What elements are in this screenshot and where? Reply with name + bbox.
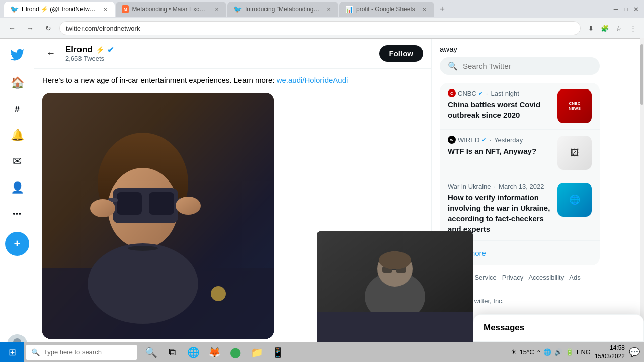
taskbar: ⊞ 🔍 Type here to search 🔍 ⧉ 🌐 🦊 ⬤ 📁 📱 ☀ …: [0, 342, 644, 362]
svg-point-14: [88, 243, 198, 324]
trending-content-ukraine: War in Ukraine · March 13, 2022 How to v…: [448, 183, 551, 234]
taskbar-search-text: Type here to search: [44, 348, 102, 356]
wired-verified-icon: ✔: [481, 137, 486, 143]
twitter-sidebar: 🏠 # 🔔 ✉ 👤 ••• +: [0, 39, 34, 362]
sidebar-item-notifications[interactable]: 🔔: [5, 123, 29, 147]
taskbar-speaker-icon[interactable]: 🔊: [554, 348, 562, 356]
video-person: [317, 231, 473, 342]
sidebar-item-profile[interactable]: 👤: [5, 175, 29, 200]
sidebar-item-home[interactable]: 🏠: [5, 71, 29, 95]
start-button[interactable]: ⊞: [0, 342, 24, 363]
taskbar-apps: 🔍 ⧉ 🌐 🦊 ⬤ 📁 📱: [141, 342, 288, 363]
trending-row-wired: W WIRED ✔ · Yesterday WTF Is an NFT, Any…: [448, 136, 592, 170]
taskbar-edge[interactable]: 🌐: [183, 342, 203, 363]
tab-2-close[interactable]: ✕: [213, 5, 220, 13]
trending-row-ukraine: War in Ukraine · March 13, 2022 How to v…: [448, 183, 592, 234]
taskbar-cortana[interactable]: 🔍: [141, 342, 161, 363]
trending-item-cnbc[interactable]: C CNBC ✔ · Last night China battles wors…: [440, 83, 600, 130]
messages-header: Messages: [473, 315, 643, 341]
footer-accessibility[interactable]: Accessibility: [528, 274, 564, 281]
taskbar-right: ☀ 15°C ^ 🌐 🔊 🔋 ENG 14:58 15/03/2022 💬: [507, 344, 644, 361]
tweet-text: Here's to a new age of in-car entertainm…: [42, 75, 423, 86]
tab-3-close[interactable]: ✕: [325, 5, 332, 13]
new-tab-button[interactable]: +: [435, 2, 449, 16]
url-bar[interactable]: twitter.com/elrondnetwork: [59, 21, 581, 35]
trending-headline-ukraine: How to verify information involving the …: [448, 192, 551, 234]
sidebar-item-more[interactable]: •••: [5, 202, 29, 226]
svg-point-15: [128, 246, 158, 251]
taskbar-date-value: 15/03/2022: [595, 352, 625, 361]
browser-chrome: 🐦 Elrond ⚡ (@ElrondNetwork) / T... ✕ M M…: [0, 0, 644, 39]
taskbar-weather-icon: ☀: [511, 348, 517, 356]
taskbar-files[interactable]: 📁: [247, 342, 267, 363]
scrollbar-track: [640, 38, 644, 342]
tab-1-title: Elrond ⚡ (@ElrondNetwork) / T...: [22, 6, 97, 13]
trending-row-cnbc: C CNBC ✔ · Last night China battles wors…: [448, 89, 592, 123]
tweet-link[interactable]: we.audi/HolorideAudi: [277, 76, 348, 84]
svg-point-16: [211, 286, 226, 301]
thumbnail-ukraine: 🌐: [557, 183, 592, 217]
download-button[interactable]: ⬇: [585, 22, 597, 34]
maximize-button[interactable]: □: [622, 5, 630, 13]
twitter-logo[interactable]: [5, 43, 29, 67]
menu-button[interactable]: ⋮: [627, 22, 639, 34]
tab-3-title: Introducing "Metabonding" • Co...: [245, 6, 320, 13]
trending-headline-wired: WTF Is an NFT, Anyway?: [448, 146, 551, 156]
taskbar-firefox[interactable]: 🦊: [204, 342, 224, 363]
taskbar-unknown[interactable]: 📱: [268, 342, 288, 363]
tab-1-close[interactable]: ✕: [102, 5, 109, 13]
thumbnail-cnbc: CNBCNEWS: [557, 89, 592, 123]
trending-headline-cnbc: China battles worst Covid outbreak since…: [448, 99, 551, 120]
taskbar-notification-button[interactable]: 💬: [629, 347, 640, 358]
bookmark-button[interactable]: ☆: [613, 22, 625, 34]
tab-1[interactable]: 🐦 Elrond ⚡ (@ElrondNetwork) / T... ✕: [4, 2, 115, 17]
tab-4-title: profit - Google Sheets: [356, 6, 415, 13]
sidebar-item-messages[interactable]: ✉: [5, 149, 29, 173]
follow-button[interactable]: Follow: [379, 45, 424, 62]
svg-rect-9: [149, 192, 174, 215]
url-text: twitter.com/elrondnetwork: [66, 25, 574, 32]
taskbar-search-icon: 🔍: [31, 348, 40, 356]
tab-bar: 🐦 Elrond ⚡ (@ElrondNetwork) / T... ✕ M M…: [0, 0, 644, 18]
svg-point-23: [379, 251, 411, 269]
svg-point-13: [176, 197, 201, 215]
tab-1-favicon: 🐦: [10, 5, 19, 13]
trending-source-ukraine: War in Ukraine · March 13, 2022: [448, 183, 551, 190]
sidebar-item-explore[interactable]: #: [5, 97, 29, 121]
messages-popup: Messages: [473, 314, 644, 342]
extensions-button[interactable]: 🧩: [599, 22, 611, 34]
address-bar: ← → ↻ twitter.com/elrondnetwork ⬇ 🧩 ☆ ⋮: [0, 18, 644, 38]
taskbar-battery-icon: 🔋: [566, 348, 574, 356]
back-arrow-button[interactable]: ←: [42, 45, 59, 62]
windows-icon: ⊞: [9, 347, 16, 358]
tab-4[interactable]: 📊 profit - Google Sheets ✕: [339, 2, 434, 17]
tab-3[interactable]: 🐦 Introducing "Metabonding" • Co... ✕: [227, 2, 338, 17]
taskbar-temp: 15°C: [520, 348, 534, 356]
cnbc-source-badge: C CNBC ✔: [448, 89, 483, 97]
trending-content-wired: W WIRED ✔ · Yesterday WTF Is an NFT, Any…: [448, 136, 551, 156]
footer-privacy[interactable]: Privacy: [502, 274, 524, 281]
taskbar-chevron-icon[interactable]: ^: [537, 348, 540, 356]
trending-item-wired[interactable]: W WIRED ✔ · Yesterday WTF Is an NFT, Any…: [440, 130, 600, 176]
tab-2[interactable]: M Metabonding • Maiar Exchange ✕: [116, 2, 226, 17]
refresh-button[interactable]: ↻: [41, 21, 55, 35]
close-window-button[interactable]: ✕: [632, 5, 640, 13]
compose-tweet-button[interactable]: +: [5, 232, 29, 256]
forward-browser-button[interactable]: →: [23, 21, 37, 35]
profile-name: Elrond ⚡ ✔: [65, 45, 373, 55]
scrollbar-thumb[interactable]: [640, 44, 643, 105]
tab-2-favicon: M: [122, 5, 129, 13]
taskbar-chrome[interactable]: ⬤: [225, 342, 246, 363]
search-input[interactable]: [463, 62, 592, 70]
taskbar-taskview[interactable]: ⧉: [162, 342, 182, 363]
search-icon: 🔍: [448, 61, 458, 71]
tab-4-close[interactable]: ✕: [420, 5, 428, 13]
minimize-button[interactable]: ─: [612, 5, 620, 13]
svg-point-12: [90, 199, 115, 217]
taskbar-search[interactable]: 🔍 Type here to search: [26, 345, 137, 360]
svg-rect-24: [317, 312, 473, 342]
tweet-count: 2,653 Tweets: [65, 55, 373, 62]
search-bar: 🔍: [440, 57, 600, 75]
back-browser-button[interactable]: ←: [5, 21, 19, 35]
trending-source-cnbc: C CNBC ✔ · Last night: [448, 89, 551, 97]
